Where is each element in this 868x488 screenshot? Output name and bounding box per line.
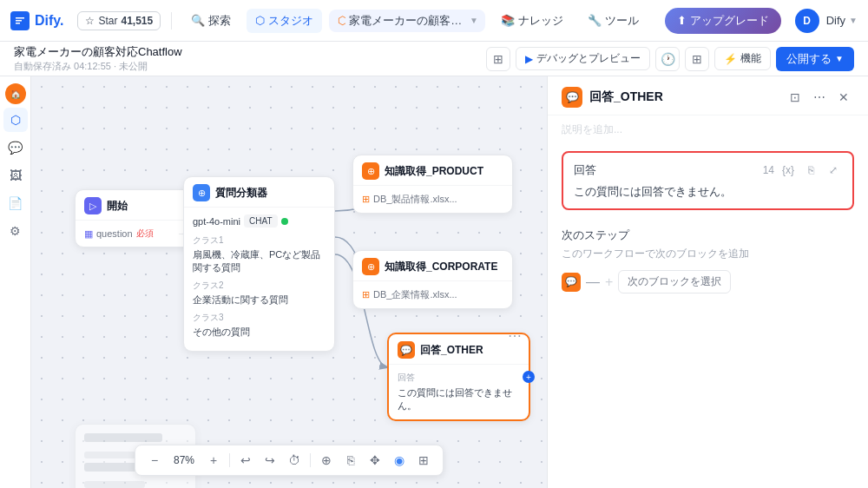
start-node-field: ▦ question 必須 → <box>84 228 187 240</box>
zoom-out-button[interactable]: − <box>144 450 165 471</box>
class2-value: 企業活動に関する質問 <box>193 293 326 307</box>
class2-label: クラス2 <box>193 280 326 292</box>
zoom-in-button[interactable]: + <box>203 450 224 471</box>
clock-icon-button[interactable]: 🕐 <box>655 47 680 71</box>
sidebar-icon-image[interactable]: 🖼 <box>3 163 28 188</box>
db-icon2: ⊞ <box>362 289 370 300</box>
next-step-icon: 💬 <box>562 273 581 292</box>
class1-label: クラス1 <box>193 234 326 247</box>
corporate-db-label: DB_企業情報.xlsx... <box>373 288 457 301</box>
status-dot <box>281 218 288 225</box>
section-expand-button[interactable]: ⤢ <box>825 162 842 179</box>
section-content[interactable]: この質問には回答できません。 <box>574 184 842 200</box>
sidebar-icon-chat[interactable]: 💬 <box>3 135 28 160</box>
star-button[interactable]: ☆ Star 41,515 <box>77 11 161 30</box>
tools-icon: 🔧 <box>588 14 602 27</box>
expand-panel-button[interactable]: ⊡ <box>785 87 806 108</box>
upgrade-label: アップグレード <box>690 13 769 29</box>
field-icon: ▦ <box>84 228 93 240</box>
corporate-node-body: ⊞ DB_企業情報.xlsx... <box>353 281 512 308</box>
other-node-title: 回答_OTHER <box>420 343 483 358</box>
classifier-model-tag: CHAT <box>244 214 277 228</box>
knowledge-nav-button[interactable]: 📚 ナレッジ <box>492 9 572 33</box>
breadcrumb-title: 家電メーカーの顧客対応Chatflow <box>14 44 182 60</box>
add-step-button[interactable]: 次のブロックを選択 <box>618 270 731 293</box>
corporate-node-title: 知識取得_CORPORATE <box>385 260 497 274</box>
logo[interactable]: Dify. <box>10 11 63 30</box>
undo-button[interactable]: ↩ <box>235 450 256 471</box>
main-area: 🏠 ⬡ 💬 🖼 📄 ⚙ <box>0 76 868 488</box>
section-title: 回答 <box>574 162 596 178</box>
debug-button[interactable]: ▶ デバッグとプレビュー <box>516 47 650 70</box>
classifier-model: gpt-4o-mini <box>193 216 240 227</box>
section-vars-button[interactable]: {x} <box>779 162 797 179</box>
sidebar-icon-workflow[interactable]: ⬡ <box>3 108 28 132</box>
knowledge-icon: 📚 <box>501 14 515 27</box>
logo-icon <box>10 11 30 30</box>
studio-nav-button[interactable]: ⬡ スタジオ <box>247 9 322 33</box>
tools-nav-button[interactable]: 🔧 ツール <box>579 9 648 33</box>
panel-desc-text: 説明を追加... <box>562 123 622 135</box>
func-button[interactable]: ⚡ 機能 <box>714 47 771 70</box>
panel-title: 回答_OTHER <box>589 89 778 105</box>
sidebar-icon-settings[interactable]: ⚙ <box>3 219 28 243</box>
product-node-icon: ⊕ <box>362 162 379 180</box>
toolbar-divider1 <box>229 453 230 467</box>
tools-label: ツール <box>605 13 639 29</box>
app-name-nav[interactable]: ⬡ 家電メーカーの顧客対応C... ▼ <box>329 10 485 32</box>
chevron-down-icon: ▼ <box>835 54 844 63</box>
section-meta: 14 {x} ⎘ ⤢ <box>763 162 842 179</box>
section-copy-button[interactable]: ⎘ <box>802 162 819 179</box>
chevron-down-icon: ▼ <box>470 16 477 25</box>
start-node-body: ▦ question 必須 → <box>76 221 195 247</box>
toolbar-divider2 <box>310 453 311 467</box>
product-node[interactable]: ⊕ 知識取得_PRODUCT ⊞ DB_製品情報.xlsx... <box>352 155 513 214</box>
func-label: 機能 <box>740 51 761 66</box>
copy-button[interactable]: ⎘ <box>340 450 361 471</box>
add-connection-button[interactable]: + <box>523 371 535 383</box>
grid-icon-button[interactable]: ⊞ <box>685 47 709 71</box>
move-button[interactable]: ✥ <box>365 450 385 471</box>
history-button[interactable]: ⏱ <box>284 450 305 471</box>
more-panel-button[interactable]: ⋯ <box>809 87 830 108</box>
search-icon: 🔍 <box>191 14 205 27</box>
product-db-label: DB_製品情報.xlsx... <box>373 193 457 206</box>
grid-toggle-button[interactable]: ⊞ <box>413 450 434 471</box>
other-node-body: 回答 この質問には回答できません。 <box>389 365 529 419</box>
right-panel: 💬 回答_OTHER ⊡ ⋯ ✕ 説明を追加... 回答 14 {x} ⎘ ⤢ <box>547 76 868 488</box>
start-node[interactable]: ▷ 開始 ▦ question 必須 → <box>75 189 196 247</box>
corporate-node-icon: ⊕ <box>362 258 379 275</box>
studio-label: スタジオ <box>268 13 313 29</box>
corporate-node[interactable]: ⊕ 知識取得_CORPORATE ⊞ DB_企業情報.xlsx... <box>352 250 513 309</box>
studio-icon: ⬡ <box>255 14 265 27</box>
other-node[interactable]: ⋯ 💬 回答_OTHER + 回答 この質問には回答できません。 <box>387 333 530 421</box>
panel-desc[interactable]: 説明を追加... <box>548 115 868 144</box>
publish-button[interactable]: 公開する ▼ <box>776 47 854 71</box>
panel-section: 回答 14 {x} ⎘ ⤢ この質問には回答できません。 <box>548 144 868 217</box>
search-label: 探索 <box>208 13 231 29</box>
chevron-down-icon: ▼ <box>849 16 858 25</box>
more-icon[interactable]: ⋯ <box>508 327 522 344</box>
upgrade-button[interactable]: ⬆ アップグレード <box>665 8 781 34</box>
other-body-label: 回答 <box>398 372 520 384</box>
close-panel-button[interactable]: ✕ <box>833 87 854 108</box>
add-step-label: 次のブロックを選択 <box>628 274 721 289</box>
search-nav-button[interactable]: 🔍 探索 <box>182 9 240 33</box>
add-node-button[interactable]: ⊕ <box>316 450 337 471</box>
canvas[interactable]: ▷ 開始 ▦ question 必須 → ⊕ 質問分類器 gpt-4o-mini <box>31 76 547 488</box>
sidebar-icon-docs[interactable]: 📄 <box>3 191 28 215</box>
layout-icon-button[interactable]: ⊞ <box>486 47 510 71</box>
classifier-node[interactable]: ⊕ 質問分類器 gpt-4o-mini CHAT クラス1 扇風機、冷蔵庫、PC… <box>183 176 335 352</box>
redo-button[interactable]: ↪ <box>260 450 280 471</box>
highlight-button[interactable]: ◉ <box>389 450 410 471</box>
product-node-header: ⊕ 知識取得_PRODUCT <box>353 155 512 186</box>
next-step-arrow: — <box>586 274 600 290</box>
upgrade-icon: ⬆ <box>677 14 687 27</box>
second-nav: 家電メーカーの顧客対応Chatflow 自動保存済み 04:12:55 · 未公… <box>0 42 868 76</box>
product-node-body: ⊞ DB_製品情報.xlsx... <box>353 186 512 213</box>
nav-divider <box>171 12 172 30</box>
panel-next-steps: 次のステップ このワークフローで次のブロックを追加 💬 — + 次のブロックを選… <box>548 217 868 304</box>
user-menu-button[interactable]: Dify ▼ <box>826 14 858 27</box>
start-node-icon: ▷ <box>84 197 102 214</box>
classifier-node-header: ⊕ 質問分類器 <box>184 177 334 208</box>
